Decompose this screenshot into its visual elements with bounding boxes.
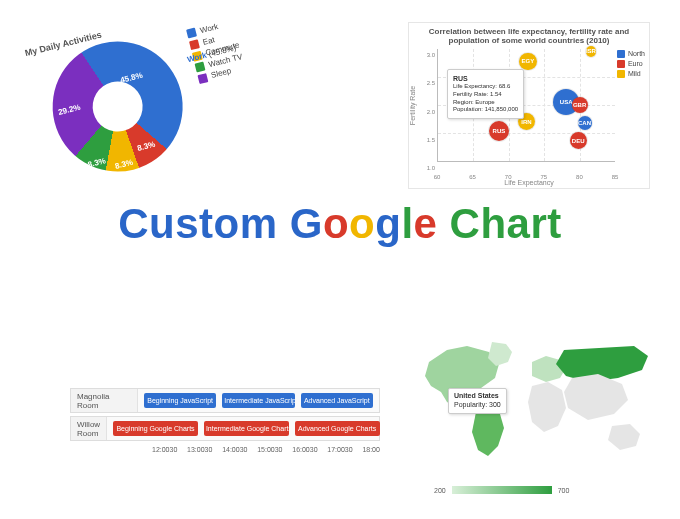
legend-item[interactable]: North	[617, 49, 645, 59]
stage: Custom Google Chart My Daily Activities …	[0, 0, 680, 519]
map-legend-min: 200	[434, 487, 446, 494]
geo-chart-panel: United States Popularity: 300 200 700	[414, 334, 654, 494]
g-letter: o	[323, 200, 349, 248]
legend-item[interactable]: Euro	[617, 59, 645, 69]
g-letter: o	[349, 200, 375, 248]
bubble-y-axis-label: Fertility Rate	[406, 23, 420, 188]
region-australia[interactable]	[608, 424, 640, 450]
map-legend-max: 700	[558, 487, 570, 494]
map-legend-gradient	[452, 486, 552, 494]
bubble-point[interactable]: GBR	[572, 97, 588, 113]
timeline-bar[interactable]: Advanced JavaScript	[301, 393, 373, 408]
g-letter: e	[414, 200, 438, 248]
timeline-bar[interactable]: Intermediate JavaScript	[222, 393, 294, 408]
bubble-point[interactable]: DEU	[570, 132, 587, 149]
map-legend: 200 700	[434, 486, 569, 494]
main-title: Custom Google Chart	[0, 200, 680, 248]
bubble-point[interactable]: RUS	[489, 121, 509, 141]
bubble-point[interactable]: EGY	[519, 53, 536, 70]
region-africa[interactable]	[528, 382, 566, 432]
timeline-row: Magnolia RoomBeginning JavaScriptInterme…	[70, 388, 380, 413]
g-letter: l	[401, 200, 413, 248]
bubble-x-axis-label: Life Expectancy	[409, 179, 649, 186]
bubble-y-ticks: 3.02.52.01.51.0	[423, 49, 435, 162]
title-word-chart: Chart	[450, 200, 562, 248]
timeline-room-label: Magnolia Room	[71, 389, 138, 412]
title-word-custom: Custom	[118, 200, 277, 248]
title-word-google: Google	[290, 200, 438, 248]
timeline-bar[interactable]: Intermediate Google Charts	[204, 421, 289, 436]
timeline-panel: Magnolia RoomBeginning JavaScriptInterme…	[70, 388, 380, 453]
timeline-room-label: Willow Room	[71, 417, 107, 440]
region-asia[interactable]	[564, 374, 628, 420]
bubble-title: Correlation between life expectancy, fer…	[409, 23, 649, 45]
bubble-chart-panel: Correlation between life expectancy, fer…	[408, 22, 650, 189]
map-tooltip: United States Popularity: 300	[448, 388, 507, 414]
bubble-tooltip: RUS Life Expectancy: 68.6 Fertility Rate…	[447, 69, 524, 119]
timeline-bar[interactable]: Advanced Google Charts	[295, 421, 380, 436]
g-letter: g	[375, 200, 401, 248]
bubble-point[interactable]: ISR	[586, 46, 597, 57]
bubble-point[interactable]: CAN	[578, 116, 592, 130]
timeline-row: Willow RoomBeginning Google ChartsInterm…	[70, 416, 380, 441]
timeline-bar[interactable]: Beginning JavaScript	[144, 393, 216, 408]
legend-item[interactable]: Mild	[617, 69, 645, 79]
bubble-legend: North Euro Mild	[617, 49, 645, 79]
timeline-axis: 12:003013:003014:003015:003016:003017:00…	[70, 444, 380, 453]
donut-chart-panel: My Daily Activities Work Eat Commute Wat…	[18, 0, 261, 209]
region-south-america[interactable]	[472, 408, 504, 456]
timeline-bar[interactable]: Beginning Google Charts	[113, 421, 198, 436]
g-letter: G	[290, 200, 323, 248]
